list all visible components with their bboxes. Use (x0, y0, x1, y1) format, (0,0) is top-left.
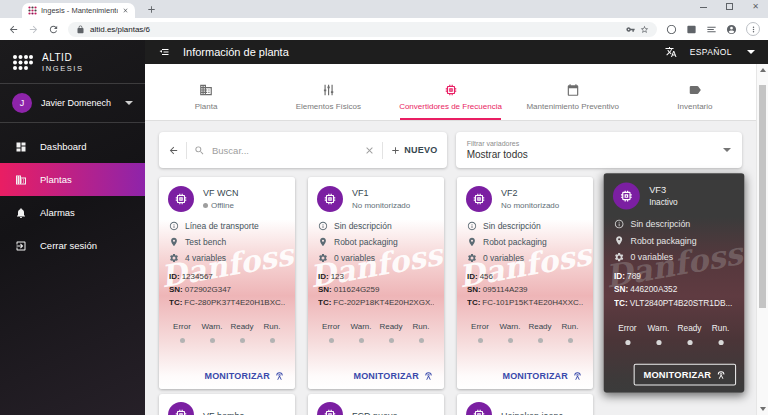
scrollbar-thumb[interactable] (759, 85, 766, 308)
extension-shield-icon[interactable] (686, 24, 697, 35)
converter-name: VF WCN (203, 186, 239, 198)
user-menu[interactable]: J Javier Domenech (0, 84, 145, 122)
converter-status: No monitorizado (501, 201, 559, 210)
altid-favicon (28, 6, 37, 15)
extension-circle-icon[interactable] (666, 24, 677, 35)
profile-avatar-icon[interactable] (726, 24, 737, 35)
antenna-icon (274, 370, 285, 381)
chip-icon (323, 408, 337, 415)
converter-name: FCD nuevo (352, 409, 398, 415)
location-icon (467, 237, 477, 247)
converter-card: Danfoss VF2 No monitorizado Sin descripc… (457, 177, 593, 389)
bell-icon (15, 207, 27, 219)
user-caret-icon (125, 101, 133, 105)
menu-collapse-icon[interactable] (158, 46, 170, 58)
extension-list-icon[interactable] (706, 24, 717, 35)
converter-card: Danfoss VF1 No monitorizado Sin descripc… (308, 177, 444, 389)
calendar-icon (566, 83, 580, 97)
led-warn: Warn. (643, 316, 674, 345)
browser-tab[interactable]: Ingesis - Mantenimiento (22, 3, 135, 18)
sidebar: ALTID INGESIS J Javier Domenech Dashboar… (0, 40, 145, 415)
antenna-icon (572, 370, 583, 381)
browser-toolbar: altid.es/plantas/6 (0, 18, 768, 40)
section-tabs: Planta Elementos Físicos Convertidores d… (145, 64, 756, 121)
window-close-button[interactable]: ✕ (751, 2, 760, 11)
converter-avatar (168, 186, 194, 212)
led-run: Run. (257, 315, 287, 343)
monitor-button[interactable]: MONITORIZAR (353, 370, 434, 381)
filter-value: Mostrar todos (467, 149, 723, 160)
back-arrow-icon[interactable] (168, 145, 179, 156)
led-error: Error (167, 315, 197, 343)
new-tab-button[interactable] (146, 4, 157, 15)
main-content: Planta Elementos Físicos Convertidores d… (145, 64, 756, 415)
dashboard-icon (15, 141, 27, 153)
kebab-icon (749, 25, 758, 34)
converter-avatar (613, 183, 640, 210)
led-run: Run. (705, 316, 736, 345)
bookmark-star-icon[interactable] (640, 25, 649, 34)
antenna-icon (423, 370, 434, 381)
led-error: Error (612, 316, 643, 345)
clear-icon[interactable] (364, 145, 375, 156)
chip-icon (444, 83, 458, 97)
tab-mantenimiento[interactable]: Mantenimiento Preventivo (512, 64, 634, 120)
led-ready: Ready (525, 315, 555, 343)
converter-avatar (317, 186, 343, 212)
sidebar-item-logout[interactable]: Cerrar sesión (0, 229, 145, 262)
language-selector[interactable]: ESPAÑOL (690, 47, 732, 57)
sidebar-item-alarmas[interactable]: Alarmas (0, 196, 145, 229)
forward-icon[interactable] (28, 24, 39, 35)
sidebar-item-plantas[interactable]: Plantas (0, 163, 145, 196)
search-input[interactable] (212, 145, 357, 156)
window-maximize-button[interactable] (725, 2, 734, 11)
back-icon[interactable] (8, 24, 19, 35)
antenna-icon (715, 369, 726, 380)
key-icon[interactable] (626, 25, 635, 34)
converter-avatar (168, 402, 194, 415)
tab-elementos-fisicos[interactable]: Elementos Físicos (267, 64, 389, 120)
gear-icon (467, 253, 477, 263)
tab-planta[interactable]: Planta (145, 64, 267, 120)
converter-name: VF1 (352, 186, 410, 198)
monitor-button[interactable]: MONITORIZAR (502, 370, 583, 381)
chip-icon (174, 192, 188, 206)
scroll-down-arrow[interactable] (760, 407, 766, 411)
filter-dropdown[interactable]: Filtrar variadores Mostrar todos (456, 132, 742, 168)
refresh-icon[interactable] (48, 24, 59, 35)
address-bar[interactable]: altid.es/plantas/6 (68, 22, 657, 37)
location-icon (169, 237, 179, 247)
divider (186, 142, 187, 159)
tab-close-icon[interactable] (122, 7, 129, 14)
monitor-button[interactable]: MONITORIZAR (204, 370, 285, 381)
converter-name: Heineken jaenc (501, 409, 563, 415)
chip-icon (472, 192, 486, 206)
building-icon (15, 174, 27, 186)
dropdown-caret-icon (723, 148, 731, 152)
user-name: Javier Domenech (41, 98, 116, 108)
search-bar: NUEVO (159, 132, 447, 168)
building-icon (199, 83, 213, 97)
app-logo: ALTID INGESIS (0, 40, 145, 83)
location-icon (614, 235, 624, 245)
sidebar-item-dashboard[interactable]: Dashboard (0, 130, 145, 163)
browser-tabstrip: Ingesis - Mantenimiento ✕ (0, 0, 768, 18)
gear-icon (614, 252, 624, 262)
new-button[interactable]: NUEVO (390, 145, 438, 156)
window-minimize-button[interactable] (699, 2, 708, 11)
page-scrollbar[interactable] (756, 64, 768, 415)
page-title: Información de planta (183, 46, 652, 58)
monitor-button[interactable]: MONITORIZAR (634, 364, 736, 386)
browser-menu-button[interactable] (746, 22, 760, 36)
led-ready: Ready (674, 316, 705, 345)
converter-card: FCD nuevo (308, 394, 444, 415)
scroll-up-arrow[interactable] (760, 68, 766, 72)
logo-line2: INGESIS (42, 64, 84, 73)
language-caret-icon[interactable] (747, 50, 755, 54)
tab-inventario[interactable]: Inventario (634, 64, 756, 120)
led-ready: Ready (227, 315, 257, 343)
converter-card: VF bomba (159, 394, 295, 415)
converter-status: Inactivo (649, 198, 678, 207)
app-bar: Información de planta ESPAÑOL (145, 40, 768, 64)
tab-convertidores[interactable]: Convertidores de Frecuencia (389, 64, 511, 120)
